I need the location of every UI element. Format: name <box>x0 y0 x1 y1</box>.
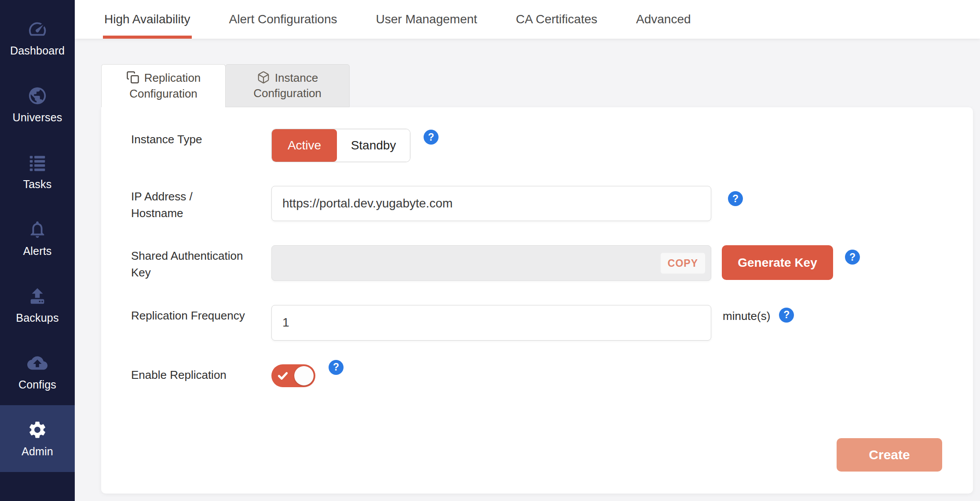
help-icon[interactable]: ? <box>329 360 344 375</box>
sidebar-item-label: Universes <box>13 111 62 124</box>
top-tab-bar: High Availability Alert Configurations U… <box>75 0 980 39</box>
enable-replication-row: Enable Replication ? <box>131 364 942 387</box>
tab-high-availability[interactable]: High Availability <box>104 0 190 39</box>
sub-tab-label: Replication Configuration <box>129 71 201 100</box>
sidebar-item-label: Configs <box>18 378 56 391</box>
instance-type-active-button[interactable]: Active <box>272 129 337 162</box>
tab-alert-configurations[interactable]: Alert Configurations <box>229 0 337 39</box>
generate-key-button[interactable]: Generate Key <box>722 245 833 280</box>
copy-icon <box>126 71 139 84</box>
app-window: Dashboard Universes Tasks Alerts Backups… <box>0 0 980 501</box>
shared-key-input[interactable] <box>271 245 711 281</box>
configs-cloud-upload-icon <box>27 353 48 373</box>
backups-upload-icon <box>27 286 48 306</box>
tab-instance-configuration[interactable]: Instance Configuration <box>225 64 350 107</box>
shared-key-label: Shared Authentication Key <box>131 245 271 281</box>
sidebar-item-universes[interactable]: Universes <box>0 71 75 138</box>
ip-address-label: IP Address / Hostname <box>131 186 271 221</box>
sidebar-item-configs[interactable]: Configs <box>0 338 75 405</box>
ip-address-row: IP Address / Hostname ? <box>131 186 942 221</box>
admin-gear-icon <box>27 420 48 440</box>
universes-globe-icon <box>27 86 48 106</box>
main-content: High Availability Alert Configurations U… <box>75 0 980 501</box>
replication-frequency-label: Replication Frequency <box>131 305 271 341</box>
enable-replication-toggle[interactable] <box>271 364 315 387</box>
tasks-list-icon <box>27 152 48 173</box>
dashboard-gauge-icon <box>27 19 48 39</box>
sidebar-item-tasks[interactable]: Tasks <box>0 138 75 205</box>
tab-replication-configuration[interactable]: Replication Configuration <box>101 64 226 107</box>
help-icon[interactable]: ? <box>845 250 860 265</box>
cube-icon <box>257 71 270 84</box>
replication-frequency-row: Replication Frequency minute(s) ? <box>131 305 942 341</box>
copy-button[interactable]: COPY <box>661 253 705 273</box>
sidebar-item-dashboard[interactable]: Dashboard <box>0 4 75 71</box>
tab-ca-certificates[interactable]: CA Certificates <box>516 0 597 39</box>
alerts-bell-icon <box>27 219 48 240</box>
create-row: Create <box>131 438 942 472</box>
instance-type-segmented-control: Active Standby <box>271 129 410 162</box>
ip-address-input[interactable] <box>271 186 711 221</box>
toggle-knob <box>294 366 314 385</box>
instance-type-row: Instance Type Active Standby ? <box>131 129 942 162</box>
shared-key-row: Shared Authentication Key COPY Generate … <box>131 245 942 281</box>
sidebar-item-label: Alerts <box>23 245 51 258</box>
frequency-unit-label: minute(s) <box>723 309 770 323</box>
sub-tab-bar: Replication Configuration Instance Confi… <box>101 64 980 107</box>
sidebar-item-label: Dashboard <box>10 44 65 57</box>
tab-user-management[interactable]: User Management <box>376 0 477 39</box>
sidebar-item-admin[interactable]: Admin <box>0 405 75 472</box>
replication-frequency-input[interactable] <box>271 305 711 341</box>
enable-replication-label: Enable Replication <box>131 364 271 387</box>
sidebar: Dashboard Universes Tasks Alerts Backups… <box>0 0 75 501</box>
sidebar-item-label: Backups <box>16 312 59 324</box>
shared-key-field-wrap: COPY <box>271 245 711 281</box>
help-icon[interactable]: ? <box>728 191 743 206</box>
sidebar-item-label: Tasks <box>23 178 52 191</box>
instance-type-standby-button[interactable]: Standby <box>337 129 410 162</box>
check-icon <box>277 370 289 381</box>
sidebar-item-backups[interactable]: Backups <box>0 272 75 338</box>
replication-configuration-card: Instance Type Active Standby ? IP Addres… <box>101 107 973 494</box>
tab-advanced[interactable]: Advanced <box>636 0 691 39</box>
help-icon[interactable]: ? <box>779 308 794 323</box>
create-button[interactable]: Create <box>837 438 942 472</box>
sidebar-item-alerts[interactable]: Alerts <box>0 205 75 272</box>
help-icon[interactable]: ? <box>424 130 439 145</box>
instance-type-label: Instance Type <box>131 129 271 162</box>
sidebar-item-label: Admin <box>22 445 53 458</box>
